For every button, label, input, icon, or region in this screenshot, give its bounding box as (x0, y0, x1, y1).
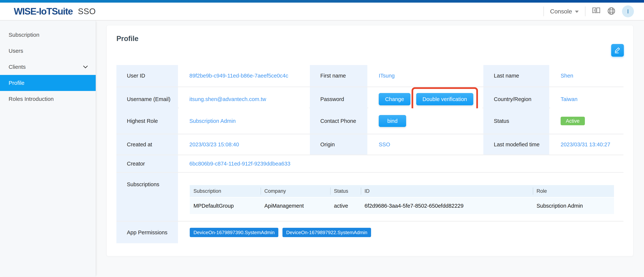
main-content: Profile User ID 89f2be9b-c949-11ed-b86e-… (96, 20, 644, 277)
field-row: Created at 2023/03/23 15:08:40 Origin SS… (116, 134, 624, 155)
cell-id: 6f2d9686-3aa4-5fe7-8502-650efdd82229 (361, 198, 533, 214)
contact-phone-actions: bind (368, 108, 482, 134)
brand-logo: WISE-IoTSuite (14, 6, 73, 17)
top-gradient-bar (0, 0, 644, 2)
creator-value: 6bc806b9-c874-11ed-912f-9239ddbea633 (179, 155, 624, 172)
field-row: App Permissions DeviceOn-1679897390.Syst… (116, 221, 624, 243)
pencil-edit-icon (614, 46, 622, 55)
console-menu[interactable]: Console (550, 8, 579, 15)
page-title: Profile (116, 35, 624, 43)
created-at-value: 2023/03/23 15:08:40 (179, 134, 309, 155)
product-name: SSO (78, 7, 96, 16)
subscriptions-label: Subscriptions (116, 173, 178, 221)
sidebar-item-users[interactable]: Users (0, 43, 96, 59)
sidebar-item-profile[interactable]: Profile (0, 75, 96, 91)
page: WISE-IoTSuite SSO Console (0, 0, 644, 277)
profile-card: Profile User ID 89f2be9b-c949-11ed-b86e-… (106, 25, 633, 256)
sidebar-item-clients[interactable]: Clients (0, 59, 96, 75)
field-row: Username (Email) itsung.shen@advantech.c… (116, 86, 624, 108)
last-name-label: Last name (483, 65, 549, 86)
created-at-label: Created at (116, 134, 178, 155)
docs-button[interactable] (592, 7, 601, 16)
cell-subscription: MPDefaultGroup (190, 198, 260, 214)
origin-label: Origin (310, 134, 367, 155)
cell-role: Subscription Admin (533, 198, 614, 214)
chevron-down-icon (83, 65, 88, 68)
creator-label: Creator (116, 155, 178, 172)
caret-down-icon (575, 11, 579, 13)
globe-icon (607, 7, 616, 16)
divider (544, 6, 544, 16)
username-email-label: Username (Email) (116, 87, 178, 111)
field-row: User ID 89f2be9b-c949-11ed-b86e-7aeef5ce… (116, 65, 624, 86)
last-modified-label: Last modefied time (483, 134, 549, 155)
sidebar-item-label: Subscription (8, 32, 39, 38)
user-id-value: 89f2be9b-c949-11ed-b86e-7aeef5ce0c4c (179, 65, 309, 86)
highest-role-label: Highest Role (116, 108, 178, 134)
first-name-value: ITsung (368, 65, 482, 86)
last-name-value: Shen (550, 65, 624, 86)
language-button[interactable] (607, 7, 616, 16)
contact-phone-label: Contact Phone (310, 108, 367, 134)
col-header-id: ID (361, 185, 533, 197)
layout: Subscription Users Clients Profile Roles… (0, 20, 644, 277)
subscriptions-table: Subscription Company Status ID Role MPDe… (190, 185, 614, 214)
status-value: Active (550, 108, 624, 134)
open-book-icon (592, 7, 601, 16)
country-region-label: Country/Region (483, 87, 549, 111)
subscriptions-table-cell: Subscription Company Status ID Role MPDe… (179, 173, 624, 221)
edit-profile-button[interactable] (611, 44, 624, 57)
bind-phone-button[interactable]: bind (379, 115, 406, 127)
profile-field-grid: User ID 89f2be9b-c949-11ed-b86e-7aeef5ce… (116, 65, 624, 243)
field-row: Subscriptions Subscription Company Statu… (116, 172, 624, 221)
sidebar-item-label: Clients (8, 64, 26, 70)
col-header-role: Role (533, 185, 614, 197)
app-permissions-chips: DeviceOn-1679897390.SystemAdmin DeviceOn… (179, 222, 624, 243)
col-header-company: Company (260, 185, 330, 197)
last-modified-value: 2023/03/31 13:40:27 (550, 134, 624, 155)
cell-status: active (330, 198, 361, 214)
header-actions: Console (544, 5, 634, 17)
sidebar-nav: Subscription Users Clients Profile Roles… (0, 20, 96, 277)
sidebar-item-label: Profile (8, 80, 24, 86)
subscriptions-table-header: Subscription Company Status ID Role (190, 185, 614, 197)
console-label: Console (550, 8, 572, 15)
highest-role-value: Subscription Admin (179, 108, 309, 134)
country-region-value: Taiwan (550, 87, 624, 111)
user-id-label: User ID (116, 65, 178, 86)
status-label: Status (483, 108, 549, 134)
table-row: MPDefaultGroup ApiManagement active 6f2d… (190, 198, 614, 214)
origin-value: SSO (368, 134, 482, 155)
sidebar-item-subscription[interactable]: Subscription (0, 27, 96, 43)
first-name-label: First name (310, 65, 367, 86)
double-verification-button[interactable]: Double verification (416, 93, 474, 105)
app-header: WISE-IoTSuite SSO Console (0, 2, 644, 20)
permission-chip[interactable]: DeviceOn-1679897390.SystemAdmin (190, 228, 278, 237)
annotation-highlight-box: Double verification (412, 87, 478, 111)
user-avatar[interactable]: I (622, 5, 634, 17)
sidebar-item-label: Users (8, 48, 23, 54)
status-badge: Active (560, 117, 585, 125)
sidebar-item-roles-introduction[interactable]: Roles Introduction (0, 91, 96, 107)
field-row: Highest Role Subscription Admin Contact … (116, 108, 624, 134)
password-label: Password (310, 87, 367, 111)
app-permissions-label: App Permissions (116, 222, 178, 243)
col-header-status: Status (330, 185, 361, 197)
divider (585, 6, 586, 16)
password-actions: Change Double verification (368, 87, 482, 111)
permission-chip[interactable]: DeviceOn-1679897922.SystemAdmin (282, 228, 371, 237)
field-row: Creator 6bc806b9-c874-11ed-912f-9239ddbe… (116, 155, 624, 172)
change-password-button[interactable]: Change (379, 93, 410, 105)
sidebar-item-label: Roles Introduction (8, 96, 54, 102)
col-header-subscription: Subscription (190, 185, 260, 197)
username-email-value: itsung.shen@advantech.com.tw (179, 87, 309, 111)
cell-company: ApiManagement (260, 198, 330, 214)
